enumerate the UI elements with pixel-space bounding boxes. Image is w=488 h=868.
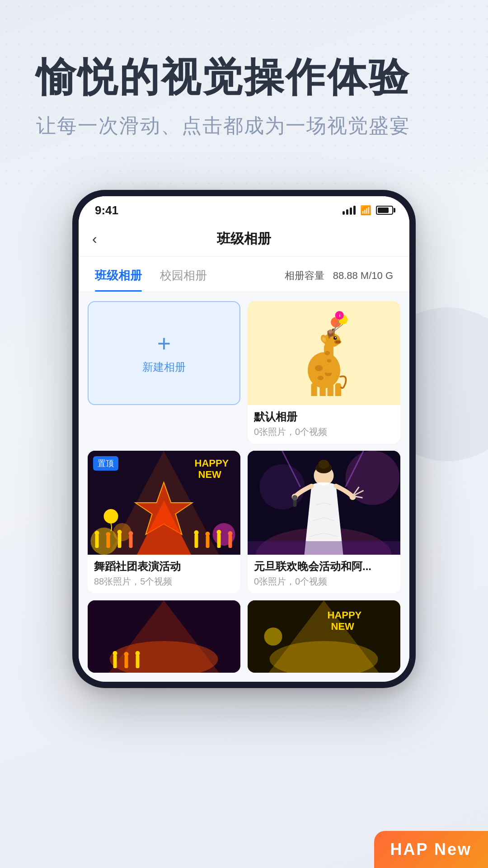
phone-screen: 9:41 📶 ‹ 班级相册 班级相册 校园相册 bbox=[79, 196, 409, 682]
svg-point-51 bbox=[206, 532, 210, 536]
svg-text:NEW: NEW bbox=[198, 469, 222, 480]
lady-album-name: 元旦联欢晚会活动和阿... bbox=[254, 559, 394, 574]
svg-rect-77 bbox=[125, 656, 128, 668]
header-section: 愉悦的视觉操作体验 让每一次滑动、点击都成为一场视觉盛宴 bbox=[0, 0, 488, 139]
battery-icon bbox=[376, 206, 393, 215]
wifi-icon: 📶 bbox=[360, 205, 371, 216]
tab-campus-album[interactable]: 校园相册 bbox=[160, 265, 207, 286]
svg-rect-20 bbox=[320, 384, 326, 396]
svg-text:i: i bbox=[339, 313, 341, 318]
lady-album-info: 元旦联欢晚会活动和阿... 0张照片，0个视频 bbox=[248, 555, 400, 593]
dance-album-name: 舞蹈社团表演活动 bbox=[94, 559, 234, 574]
hap-new-badge: HAP New bbox=[374, 831, 488, 868]
signal-icon bbox=[343, 206, 356, 215]
partial-thumb-2: HAPPY NEW bbox=[248, 600, 400, 673]
svg-point-43 bbox=[106, 532, 111, 537]
sub-title: 让每一次滑动、点击都成为一场视觉盛宴 bbox=[36, 113, 452, 139]
default-album-thumbnail: i bbox=[248, 301, 400, 405]
svg-point-62 bbox=[260, 464, 305, 509]
svg-rect-21 bbox=[328, 384, 333, 396]
svg-text:HAPPY: HAPPY bbox=[195, 458, 229, 469]
back-button[interactable]: ‹ bbox=[92, 231, 97, 247]
svg-text:NEW: NEW bbox=[331, 621, 355, 632]
partial-card-2[interactable]: HAPPY NEW bbox=[248, 600, 400, 673]
svg-point-10 bbox=[334, 340, 341, 344]
svg-point-69 bbox=[292, 495, 298, 500]
svg-point-82 bbox=[264, 627, 282, 646]
storage-info: 相册容量 88.88 M/10 G bbox=[285, 269, 393, 283]
dance-album-info: 舞蹈社团表演活动 88张照片，5个视频 bbox=[88, 555, 240, 593]
phone-frame: 9:41 📶 ‹ 班级相册 班级相册 校园相册 bbox=[72, 190, 416, 688]
svg-rect-48 bbox=[195, 534, 198, 548]
svg-point-78 bbox=[124, 652, 129, 656]
svg-point-41 bbox=[95, 531, 99, 535]
svg-rect-54 bbox=[229, 535, 232, 548]
main-title: 愉悦的视觉操作体验 bbox=[36, 54, 452, 100]
album-grid: + 新建相册 bbox=[88, 301, 400, 593]
partial-scene-2: HAPPY NEW bbox=[248, 600, 400, 673]
lady-thumbnail bbox=[248, 451, 400, 555]
dance-album-meta: 88张照片，5个视频 bbox=[94, 576, 234, 588]
svg-point-3 bbox=[318, 376, 324, 380]
svg-rect-52 bbox=[217, 533, 221, 548]
svg-rect-46 bbox=[129, 535, 133, 548]
default-album-name: 默认相册 bbox=[254, 410, 394, 424]
default-album-meta: 0张照片，0个视频 bbox=[254, 426, 394, 438]
svg-rect-50 bbox=[206, 535, 210, 548]
svg-point-53 bbox=[217, 530, 221, 534]
lady-scene bbox=[248, 451, 400, 555]
nav-bar: ‹ 班级相册 bbox=[79, 222, 409, 257]
svg-point-5 bbox=[325, 351, 330, 355]
svg-rect-44 bbox=[118, 533, 122, 548]
content-area: + 新建相册 bbox=[79, 292, 409, 682]
svg-point-28 bbox=[328, 330, 333, 334]
svg-point-49 bbox=[194, 530, 199, 535]
dance-album-card[interactable]: HAPPY NEW 置顶 舞蹈社团表演活动 88张照片，5个视频 bbox=[88, 451, 240, 593]
default-album-info: 默认相册 0张照片，0个视频 bbox=[248, 405, 400, 443]
new-album-label: 新建相册 bbox=[142, 360, 186, 374]
svg-point-1 bbox=[315, 365, 323, 371]
plus-icon: + bbox=[157, 332, 171, 355]
lady-album-meta: 0张照片，0个视频 bbox=[254, 576, 394, 588]
svg-rect-75 bbox=[113, 655, 117, 668]
tab-bar: 班级相册 校园相册 相册容量 88.88 M/10 G bbox=[79, 257, 409, 292]
svg-point-47 bbox=[129, 531, 133, 536]
svg-point-65 bbox=[319, 460, 329, 469]
svg-point-6 bbox=[327, 359, 332, 363]
svg-point-11 bbox=[336, 341, 338, 343]
status-bar: 9:41 📶 bbox=[79, 196, 409, 222]
partial-thumb-1 bbox=[88, 600, 240, 673]
default-album-card[interactable]: i 默认相册 0张照片，0个视频 bbox=[248, 301, 400, 443]
svg-point-45 bbox=[117, 530, 122, 534]
partial-scene-1 bbox=[88, 600, 240, 673]
svg-point-9 bbox=[335, 337, 336, 338]
phone-mockup: 9:41 📶 ‹ 班级相册 班级相册 校园相册 bbox=[72, 190, 416, 688]
giraffe-illustration: i bbox=[288, 310, 360, 396]
svg-rect-70 bbox=[248, 541, 400, 555]
partial-card-1[interactable] bbox=[88, 600, 240, 673]
svg-text:HAPPY: HAPPY bbox=[328, 609, 362, 621]
svg-point-39 bbox=[113, 523, 131, 541]
hap-new-badge-wrapper: HAP New bbox=[374, 831, 488, 868]
svg-rect-22 bbox=[335, 383, 341, 396]
svg-rect-42 bbox=[107, 536, 110, 548]
lady-album-card[interactable]: 元旦联欢晚会活动和阿... 0张照片，0个视频 bbox=[248, 451, 400, 593]
new-album-card[interactable]: + 新建相册 bbox=[88, 301, 240, 405]
pinned-badge: 置顶 bbox=[93, 456, 118, 471]
svg-point-12 bbox=[338, 341, 340, 343]
nav-title: 班级相册 bbox=[217, 230, 271, 248]
bottom-album-row: HAPPY NEW bbox=[88, 600, 400, 673]
svg-point-55 bbox=[228, 531, 233, 536]
svg-rect-4 bbox=[324, 344, 333, 373]
svg-rect-19 bbox=[311, 383, 317, 396]
svg-point-58 bbox=[104, 509, 118, 524]
status-icons: 📶 bbox=[343, 205, 393, 216]
svg-rect-79 bbox=[136, 655, 140, 668]
dance-thumbnail: HAPPY NEW 置顶 bbox=[88, 451, 240, 555]
svg-point-76 bbox=[113, 651, 117, 656]
svg-rect-40 bbox=[95, 534, 99, 548]
storage-value: 88.88 M/10 G bbox=[333, 270, 393, 281]
status-time: 9:41 bbox=[95, 203, 118, 217]
tab-class-album[interactable]: 班级相册 bbox=[95, 265, 142, 286]
svg-point-80 bbox=[136, 651, 140, 656]
